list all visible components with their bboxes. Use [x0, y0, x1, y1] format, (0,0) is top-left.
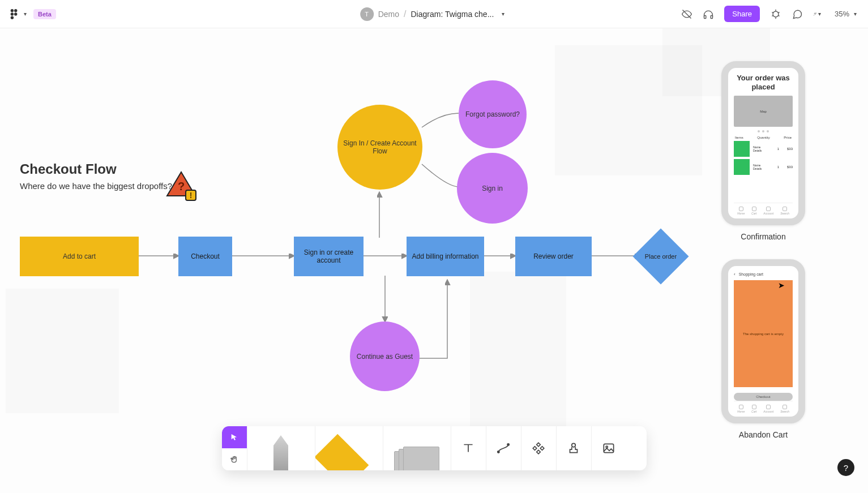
beta-badge: Beta	[33, 9, 56, 19]
bottom-toolbar	[222, 426, 647, 470]
svg-rect-31	[604, 444, 613, 452]
tool-shapes-button[interactable]	[383, 426, 451, 470]
back-arrow-icon: ‹	[734, 272, 736, 277]
tool-connector-button[interactable]	[486, 426, 521, 470]
crumb-file[interactable]: Diagram: Twigma che...	[411, 10, 494, 19]
tool-stamp-button[interactable]	[556, 426, 591, 470]
headphones-icon[interactable]	[703, 8, 714, 20]
mockup-table-header: Items Quantity Price	[734, 136, 793, 141]
node-signin-flow[interactable]: Sign In / Create Account Flow	[337, 105, 422, 190]
cursor-icon: ➤	[778, 281, 785, 290]
mockup-confirmation[interactable]: Your order was placed Map Items Quantity…	[721, 61, 805, 225]
tool-hand-button[interactable]	[222, 448, 247, 470]
share-button[interactable]: Share	[724, 6, 760, 22]
node-place-order[interactable]: Place order	[641, 237, 681, 276]
mockup-header: ‹ Shopping cart	[734, 272, 793, 277]
svg-line-12	[778, 12, 780, 12]
node-label: Add billing information	[412, 252, 478, 260]
help-button[interactable]: ?	[837, 459, 854, 476]
product-swatch-icon	[734, 141, 750, 157]
mockup-abandon-cart[interactable]: ‹ Shopping cart ➤ The shopping cart is e…	[721, 259, 805, 423]
svg-rect-6	[704, 15, 706, 18]
mockup-cart-area: The shopping cart is empty	[734, 280, 793, 387]
project-avatar[interactable]: T	[360, 7, 374, 21]
svg-rect-1	[14, 9, 17, 12]
node-review-order[interactable]: Review order	[515, 237, 592, 276]
svg-point-29	[507, 444, 509, 445]
zoom-level[interactable]: 35%▾	[835, 10, 860, 18]
node-continue-guest[interactable]: Continue as Guest	[350, 321, 420, 391]
tool-components-button[interactable]	[521, 426, 556, 470]
crumb-separator: /	[404, 9, 406, 19]
svg-point-15	[816, 12, 816, 13]
tool-text-button[interactable]	[451, 426, 486, 470]
mockup-caption-abandon: Abandon Cart	[721, 430, 805, 439]
canvas[interactable]: Checkout Flow Where do we have the bigge…	[0, 28, 868, 493]
node-label: Place order	[645, 253, 677, 260]
crumb-project[interactable]: Demo	[378, 10, 399, 19]
node-signin[interactable]: Sign in	[457, 153, 528, 224]
node-label: Sign in	[482, 185, 503, 192]
node-label: Add to cart	[63, 252, 96, 260]
node-add-to-cart[interactable]: Add to cart	[20, 237, 139, 276]
mockup-line-item: NameDetails 1 $33	[734, 141, 793, 157]
node-billing[interactable]: Add billing information	[407, 237, 484, 276]
tool-image-button[interactable]	[591, 426, 626, 470]
file-chevron-icon[interactable]: ▾	[502, 11, 504, 17]
eye-off-icon[interactable]	[681, 8, 692, 20]
svg-rect-7	[711, 15, 712, 18]
node-label: Continue as Guest	[357, 353, 413, 361]
mockup-tabs: Home Cart Account Search	[734, 401, 793, 413]
svg-point-16	[814, 15, 814, 15]
svg-rect-4	[11, 16, 14, 19]
zoom-value: 35%	[835, 10, 849, 18]
svg-rect-0	[11, 9, 14, 12]
product-swatch-icon	[734, 159, 750, 175]
figma-menu-icon[interactable]	[8, 8, 20, 20]
node-label: Review order	[533, 252, 574, 260]
mockup-caption-confirmation: Confirmation	[721, 232, 805, 241]
node-label: Checkout	[191, 252, 220, 260]
svg-rect-2	[11, 12, 14, 15]
menu-chevron-icon[interactable]: ▾	[24, 11, 27, 17]
tool-sticky-button[interactable]	[315, 426, 383, 470]
svg-rect-3	[14, 12, 17, 15]
node-label: Sign in or create account	[294, 248, 364, 264]
mockup-map-placeholder: Map	[734, 96, 793, 127]
node-forgot-password[interactable]: Forgot password?	[459, 80, 527, 148]
tool-marker-button[interactable]	[247, 426, 315, 470]
breadcrumb: T Demo / Diagram: Twigma che... ▾	[360, 7, 508, 21]
comment-icon[interactable]	[792, 8, 803, 20]
svg-point-8	[773, 11, 779, 17]
svg-point-28	[498, 451, 499, 453]
mockup-tabs: Home Cart Account Search	[734, 203, 793, 215]
svg-line-14	[778, 15, 780, 16]
node-label: Forgot password?	[465, 110, 520, 118]
node-label: Sign In / Create Account Flow	[342, 139, 418, 155]
tool-select-button[interactable]	[222, 426, 247, 448]
node-signin-or-create[interactable]: Sign in or create account	[294, 237, 364, 276]
mockup-line-item: NameDetails 1 $33	[734, 159, 793, 175]
mockup-checkout-button: Checkout	[734, 393, 793, 401]
mockup-pager	[734, 130, 793, 132]
node-checkout[interactable]: Checkout	[178, 237, 232, 276]
sparkle-icon[interactable]: ▾	[813, 8, 824, 20]
mockup-title: Your order was placed	[734, 74, 793, 91]
bug-icon[interactable]	[770, 8, 781, 20]
svg-line-11	[772, 12, 773, 12]
svg-point-30	[572, 443, 576, 447]
svg-line-13	[772, 15, 773, 16]
